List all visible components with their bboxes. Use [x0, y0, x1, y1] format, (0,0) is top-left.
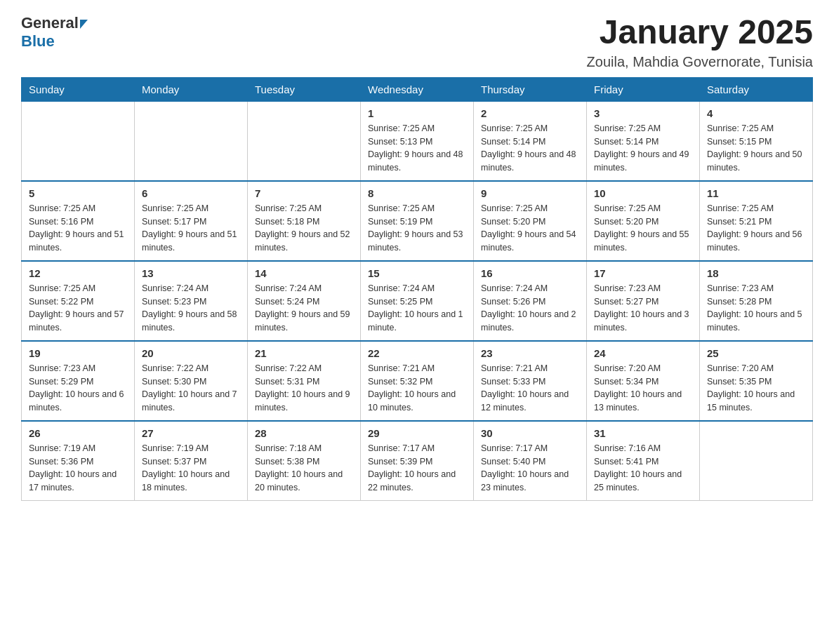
- day-number: 21: [255, 347, 353, 359]
- day-info: Sunrise: 7:25 AM Sunset: 5:22 PM Dayligh…: [29, 282, 127, 335]
- calendar-cell: [135, 101, 248, 181]
- calendar-cell: 5Sunrise: 7:25 AM Sunset: 5:16 PM Daylig…: [22, 181, 135, 261]
- day-number: 28: [255, 427, 353, 439]
- day-number: 11: [707, 187, 805, 199]
- day-info: Sunrise: 7:23 AM Sunset: 5:28 PM Dayligh…: [707, 282, 805, 335]
- day-info: Sunrise: 7:25 AM Sunset: 5:13 PM Dayligh…: [368, 122, 466, 175]
- day-number: 12: [29, 267, 127, 279]
- day-info: Sunrise: 7:24 AM Sunset: 5:24 PM Dayligh…: [255, 282, 353, 335]
- calendar-cell: [248, 101, 361, 181]
- day-number: 15: [368, 267, 466, 279]
- day-number: 8: [368, 187, 466, 199]
- calendar-cell: 7Sunrise: 7:25 AM Sunset: 5:18 PM Daylig…: [248, 181, 361, 261]
- calendar-cell: 31Sunrise: 7:16 AM Sunset: 5:41 PM Dayli…: [587, 421, 700, 501]
- day-info: Sunrise: 7:25 AM Sunset: 5:15 PM Dayligh…: [707, 122, 805, 175]
- day-info: Sunrise: 7:20 AM Sunset: 5:34 PM Dayligh…: [594, 362, 692, 415]
- calendar-cell: 28Sunrise: 7:18 AM Sunset: 5:38 PM Dayli…: [248, 421, 361, 501]
- calendar-cell: 21Sunrise: 7:22 AM Sunset: 5:31 PM Dayli…: [248, 341, 361, 421]
- day-number: 14: [255, 267, 353, 279]
- day-info: Sunrise: 7:25 AM Sunset: 5:20 PM Dayligh…: [481, 202, 579, 255]
- calendar-cell: 22Sunrise: 7:21 AM Sunset: 5:32 PM Dayli…: [361, 341, 474, 421]
- day-info: Sunrise: 7:16 AM Sunset: 5:41 PM Dayligh…: [594, 442, 692, 495]
- calendar-cell: 11Sunrise: 7:25 AM Sunset: 5:21 PM Dayli…: [700, 181, 813, 261]
- calendar-cell: 8Sunrise: 7:25 AM Sunset: 5:19 PM Daylig…: [361, 181, 474, 261]
- day-info: Sunrise: 7:25 AM Sunset: 5:17 PM Dayligh…: [142, 202, 240, 255]
- logo: General Blue: [21, 14, 88, 51]
- day-info: Sunrise: 7:25 AM Sunset: 5:14 PM Dayligh…: [481, 122, 579, 175]
- day-number: 29: [368, 427, 466, 439]
- calendar-cell: 30Sunrise: 7:17 AM Sunset: 5:40 PM Dayli…: [474, 421, 587, 501]
- calendar-cell: 17Sunrise: 7:23 AM Sunset: 5:27 PM Dayli…: [587, 261, 700, 341]
- calendar-day-header: Wednesday: [361, 77, 474, 101]
- day-info: Sunrise: 7:19 AM Sunset: 5:36 PM Dayligh…: [29, 442, 127, 495]
- day-info: Sunrise: 7:25 AM Sunset: 5:21 PM Dayligh…: [707, 202, 805, 255]
- calendar-cell: 26Sunrise: 7:19 AM Sunset: 5:36 PM Dayli…: [22, 421, 135, 501]
- calendar-cell: 10Sunrise: 7:25 AM Sunset: 5:20 PM Dayli…: [587, 181, 700, 261]
- day-number: 17: [594, 267, 692, 279]
- day-number: 20: [142, 347, 240, 359]
- day-info: Sunrise: 7:25 AM Sunset: 5:14 PM Dayligh…: [594, 122, 692, 175]
- calendar-day-header: Thursday: [474, 77, 587, 101]
- calendar-cell: 29Sunrise: 7:17 AM Sunset: 5:39 PM Dayli…: [361, 421, 474, 501]
- calendar-cell: 9Sunrise: 7:25 AM Sunset: 5:20 PM Daylig…: [474, 181, 587, 261]
- calendar-cell: 25Sunrise: 7:20 AM Sunset: 5:35 PM Dayli…: [700, 341, 813, 421]
- day-info: Sunrise: 7:21 AM Sunset: 5:32 PM Dayligh…: [368, 362, 466, 415]
- calendar-cell: [22, 101, 135, 181]
- calendar-cell: 24Sunrise: 7:20 AM Sunset: 5:34 PM Dayli…: [587, 341, 700, 421]
- calendar-cell: 1Sunrise: 7:25 AM Sunset: 5:13 PM Daylig…: [361, 101, 474, 181]
- logo-blue-text: Blue: [21, 32, 55, 51]
- day-info: Sunrise: 7:17 AM Sunset: 5:39 PM Dayligh…: [368, 442, 466, 495]
- page-header: General Blue January 2025 Zouila, Mahdia…: [21, 14, 813, 70]
- day-number: 2: [481, 107, 579, 119]
- day-info: Sunrise: 7:24 AM Sunset: 5:26 PM Dayligh…: [481, 282, 579, 335]
- day-number: 7: [255, 187, 353, 199]
- day-number: 25: [707, 347, 805, 359]
- calendar-cell: [700, 421, 813, 501]
- day-number: 24: [594, 347, 692, 359]
- day-number: 4: [707, 107, 805, 119]
- day-number: 23: [481, 347, 579, 359]
- day-info: Sunrise: 7:20 AM Sunset: 5:35 PM Dayligh…: [707, 362, 805, 415]
- calendar-day-header: Sunday: [22, 77, 135, 101]
- calendar-cell: 6Sunrise: 7:25 AM Sunset: 5:17 PM Daylig…: [135, 181, 248, 261]
- day-number: 10: [594, 187, 692, 199]
- month-title: January 2025: [587, 14, 813, 51]
- logo-general-text: General: [21, 14, 79, 32]
- calendar-cell: 18Sunrise: 7:23 AM Sunset: 5:28 PM Dayli…: [700, 261, 813, 341]
- day-info: Sunrise: 7:24 AM Sunset: 5:25 PM Dayligh…: [368, 282, 466, 335]
- calendar-cell: 3Sunrise: 7:25 AM Sunset: 5:14 PM Daylig…: [587, 101, 700, 181]
- day-number: 26: [29, 427, 127, 439]
- logo-arrow-icon: [80, 20, 88, 29]
- day-number: 6: [142, 187, 240, 199]
- day-info: Sunrise: 7:23 AM Sunset: 5:29 PM Dayligh…: [29, 362, 127, 415]
- day-number: 1: [368, 107, 466, 119]
- day-info: Sunrise: 7:21 AM Sunset: 5:33 PM Dayligh…: [481, 362, 579, 415]
- day-info: Sunrise: 7:19 AM Sunset: 5:37 PM Dayligh…: [142, 442, 240, 495]
- calendar-cell: 13Sunrise: 7:24 AM Sunset: 5:23 PM Dayli…: [135, 261, 248, 341]
- day-info: Sunrise: 7:23 AM Sunset: 5:27 PM Dayligh…: [594, 282, 692, 335]
- calendar-week-row: 12Sunrise: 7:25 AM Sunset: 5:22 PM Dayli…: [22, 261, 813, 341]
- calendar-header-row: SundayMondayTuesdayWednesdayThursdayFrid…: [22, 77, 813, 101]
- title-section: January 2025 Zouila, Mahdia Governorate,…: [587, 14, 813, 70]
- calendar-week-row: 19Sunrise: 7:23 AM Sunset: 5:29 PM Dayli…: [22, 341, 813, 421]
- calendar-cell: 20Sunrise: 7:22 AM Sunset: 5:30 PM Dayli…: [135, 341, 248, 421]
- day-info: Sunrise: 7:25 AM Sunset: 5:16 PM Dayligh…: [29, 202, 127, 255]
- calendar-week-row: 1Sunrise: 7:25 AM Sunset: 5:13 PM Daylig…: [22, 101, 813, 181]
- day-number: 19: [29, 347, 127, 359]
- day-info: Sunrise: 7:24 AM Sunset: 5:23 PM Dayligh…: [142, 282, 240, 335]
- day-number: 9: [481, 187, 579, 199]
- day-info: Sunrise: 7:25 AM Sunset: 5:19 PM Dayligh…: [368, 202, 466, 255]
- calendar-cell: 4Sunrise: 7:25 AM Sunset: 5:15 PM Daylig…: [700, 101, 813, 181]
- calendar-day-header: Saturday: [700, 77, 813, 101]
- location-title: Zouila, Mahdia Governorate, Tunisia: [587, 54, 813, 70]
- calendar-cell: 19Sunrise: 7:23 AM Sunset: 5:29 PM Dayli…: [22, 341, 135, 421]
- calendar-week-row: 5Sunrise: 7:25 AM Sunset: 5:16 PM Daylig…: [22, 181, 813, 261]
- calendar-day-header: Monday: [135, 77, 248, 101]
- calendar-cell: 12Sunrise: 7:25 AM Sunset: 5:22 PM Dayli…: [22, 261, 135, 341]
- day-number: 3: [594, 107, 692, 119]
- day-number: 30: [481, 427, 579, 439]
- day-number: 22: [368, 347, 466, 359]
- day-info: Sunrise: 7:25 AM Sunset: 5:20 PM Dayligh…: [594, 202, 692, 255]
- day-number: 31: [594, 427, 692, 439]
- calendar-day-header: Tuesday: [248, 77, 361, 101]
